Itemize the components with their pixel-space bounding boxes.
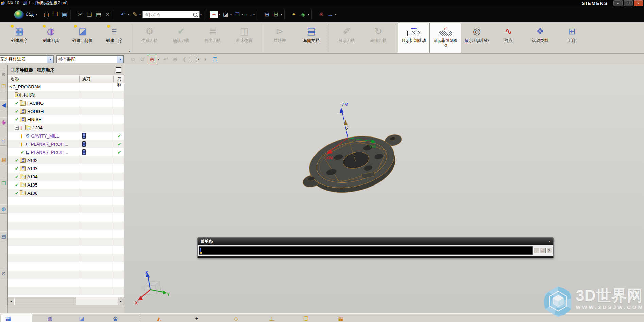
geometry-view-icon[interactable]: ◪ — [78, 315, 86, 322]
restore-button[interactable]: ❐ — [624, 0, 633, 6]
work-section-icon[interactable]: ❒ — [210, 55, 219, 64]
start-menu-button[interactable]: 启动▾ — [26, 12, 38, 18]
column-header-0[interactable]: 名称 — [11, 76, 19, 82]
orient-view-icon[interactable]: ❒ — [233, 10, 242, 19]
tree-row[interactable]: ✔A105 — [8, 181, 124, 189]
minimize-button[interactable]: – — [613, 0, 623, 6]
endpoint-button[interactable]: ∿终点 — [493, 23, 524, 53]
plane-icon[interactable]: ◇ — [232, 315, 240, 322]
sketch-tools-icon[interactable]: ≋ — [0, 136, 7, 146]
machine-tool-view-icon[interactable]: ◍ — [46, 315, 54, 322]
show-cutting-moves-toggle[interactable]: ⟶显示切削移动 — [398, 23, 429, 53]
column-divider[interactable] — [79, 76, 80, 82]
tree-row[interactable]: ✔ROUGH — [8, 107, 124, 115]
tree-row[interactable]: ✔FINISH — [8, 115, 124, 124]
reset-orientation-icon[interactable]: ↶ — [161, 55, 170, 64]
tree-row[interactable]: !⊑PLANAR_PROFI...✔ — [8, 140, 124, 148]
datum-axis-icon[interactable]: ⊥ — [268, 315, 276, 322]
operation-button[interactable]: ⊞工序 — [556, 23, 588, 53]
copy-icon[interactable]: ❏ — [85, 10, 94, 19]
scrollbar-thumb[interactable] — [14, 297, 76, 305]
show-noncutting-moves-toggle[interactable]: ⇄显示非切削移动 — [429, 23, 461, 53]
surface-icon[interactable]: ◭ — [155, 315, 163, 322]
reuse-library-icon[interactable]: ▦ — [0, 155, 7, 164]
rectangle-select-icon[interactable] — [190, 57, 196, 62]
program-order-view-icon[interactable]: ▦ — [4, 315, 12, 322]
assembly-gears-icon[interactable]: ⚙ — [129, 55, 137, 64]
horizontal-scrollbar[interactable]: ◂ ▸ — [8, 297, 124, 305]
group-dialog-launcher[interactable]: ▾ — [129, 50, 130, 53]
open-file-icon[interactable]: ❐ — [51, 10, 60, 19]
constraint-navigator-icon[interactable]: ◀ — [0, 100, 7, 110]
create-operation-button[interactable]: ≡✱创建工序 — [98, 23, 130, 53]
undock-icon[interactable] — [116, 67, 121, 73]
tree-row[interactable]: ✔A103 — [8, 164, 124, 173]
menu-minimize-button[interactable]: _ — [533, 248, 539, 253]
snap-measure-icon[interactable]: ✳ — [317, 10, 326, 19]
cut-icon[interactable]: ✂ — [75, 10, 85, 19]
part-navigator-icon[interactable]: ◉ — [0, 117, 7, 127]
view-triad[interactable]: Z Y X — [131, 270, 170, 306]
wireframe-block-icon[interactable]: ▦ — [337, 315, 345, 322]
part-model[interactable]: ZM YM XM — [289, 98, 432, 204]
search-input[interactable] — [144, 12, 192, 18]
tree-row[interactable]: 未用项 — [8, 91, 124, 99]
create-program-button[interactable]: ▦✱创建程序 — [3, 23, 35, 53]
switch-window-icon[interactable]: ⊟ — [271, 10, 281, 19]
tree-row[interactable]: !⚙CAVITY_MILL✔ — [8, 132, 124, 140]
render-style-icon[interactable]: ◪ — [221, 10, 230, 19]
column-header-1[interactable]: 换刀 — [82, 76, 90, 82]
collapse-icon[interactable]: − — [15, 126, 19, 130]
gesture-select-icon[interactable]: ❨ — [180, 55, 189, 64]
chevron-down-icon[interactable]: ▼ — [47, 56, 53, 63]
save-icon[interactable]: ▣ — [60, 10, 69, 19]
roles-gear-icon[interactable]: ⚙ — [0, 70, 7, 79]
show-tool-center-button[interactable]: ◎显示刀具中心 — [461, 23, 493, 53]
shop-documentation-button[interactable]: ▤车间文档 — [295, 23, 327, 53]
tree-row[interactable]: −!1234 — [8, 124, 124, 132]
brake-pad-plate[interactable] — [295, 126, 411, 202]
tree-row[interactable]: ✔A104 — [8, 173, 124, 181]
palette-icon[interactable]: ✦ — [289, 10, 299, 19]
tree-row[interactable]: ✔FACING — [8, 99, 124, 107]
menu-close-button[interactable]: ✕ — [546, 248, 552, 253]
undo-icon[interactable]: ↶ — [119, 10, 128, 19]
chevron-down-icon[interactable]: ▾ — [549, 240, 550, 243]
paste-icon[interactable]: ▤ — [94, 10, 103, 19]
shaded-shell-icon[interactable]: ◗ — [201, 55, 210, 64]
history-icon[interactable]: ⊙ — [0, 269, 7, 278]
motion-type-button[interactable]: ❖运动类型 — [524, 23, 556, 53]
point-icon[interactable]: + — [192, 315, 201, 322]
menu-bar-window[interactable]: 菜单条 ▾ _ ❐ ✕ — [197, 237, 554, 258]
snap-swirl-icon[interactable]: ↺ — [138, 55, 147, 64]
chevron-down-icon[interactable]: ▼ — [117, 56, 123, 63]
selection-filter-dropdown[interactable]: 无选择过滤器 ▼ — [0, 55, 54, 63]
tree-row[interactable]: NC_PROGRAM — [8, 83, 124, 91]
point-on-curve-icon[interactable]: ⊕ — [171, 55, 180, 64]
scroll-right-button[interactable]: ▸ — [118, 297, 124, 305]
fit-view-icon[interactable]: ✛ — [210, 11, 218, 18]
hd3d-tools-icon[interactable]: ❒ — [0, 179, 7, 188]
scroll-left-button[interactable]: ◂ — [8, 297, 14, 305]
assembly-navigator-icon[interactable]: ❒ — [0, 82, 7, 91]
show-hide-icon[interactable]: ◈ — [299, 10, 308, 19]
snap-point-icon[interactable]: ⊕ — [148, 55, 156, 63]
internet-page-icon[interactable]: ▤ — [0, 231, 7, 241]
window-style-icon[interactable]: ▭ — [244, 10, 253, 19]
new-window-icon[interactable]: ⊞ — [262, 10, 271, 19]
measure-distance-icon[interactable]: ↔ — [326, 10, 335, 19]
tree-row[interactable]: ✔A102 — [8, 156, 124, 164]
selection-scope-dropdown[interactable]: 整个装配 ▼ — [56, 55, 124, 63]
column-divider[interactable] — [113, 76, 114, 82]
delete-icon[interactable]: ✕ — [103, 10, 112, 19]
web-browser-icon[interactable]: ◍ — [0, 204, 7, 214]
command-strip[interactable] — [199, 246, 533, 255]
tree-row[interactable]: ✔A106 — [8, 189, 124, 197]
create-geometry-button[interactable]: ◪✱创建几何体 — [67, 23, 98, 53]
menu-bar-titlebar[interactable]: 菜单条 ▾ — [198, 238, 553, 245]
navigator-title-bar[interactable]: 工序导航器 - 程序顺序 — [8, 65, 124, 75]
block-icon[interactable]: ❒ — [302, 315, 310, 322]
tree-row[interactable]: ✔⊑PLANAR_PROFI...✔ — [8, 148, 124, 156]
repeat-command-icon[interactable]: ✎ — [130, 10, 139, 19]
close-button[interactable]: ✕ — [634, 0, 643, 6]
